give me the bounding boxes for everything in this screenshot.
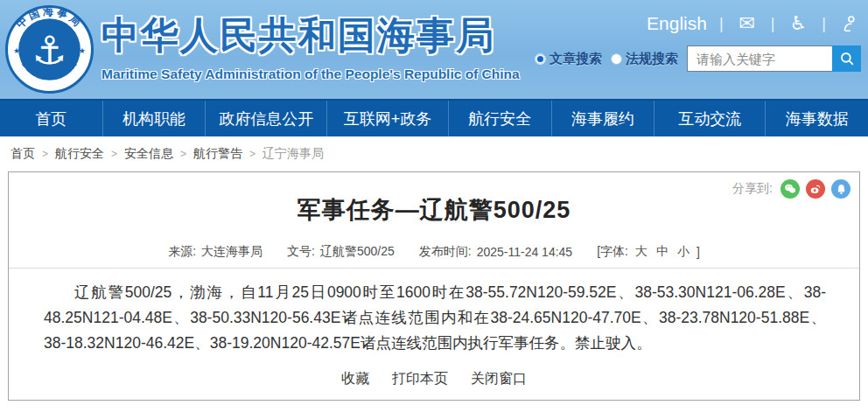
breadcrumb-separator: > bbox=[42, 148, 48, 160]
separator: | bbox=[822, 15, 826, 33]
breadcrumb-nav-warning[interactable]: 航行警告 bbox=[193, 146, 242, 162]
publish-time-value: 2025-11-24 14:45 bbox=[477, 245, 573, 259]
doc-number-label: 文号: bbox=[287, 244, 315, 260]
top-utility-links: English | ✉ | ♿ | bbox=[535, 10, 861, 37]
breadcrumb-separator: > bbox=[111, 148, 117, 160]
favorite-button[interactable]: 收藏 bbox=[341, 370, 369, 388]
nav-item-data[interactable]: 海事数据 bbox=[765, 101, 868, 136]
breadcrumb-safety-info[interactable]: 安全信息 bbox=[124, 146, 173, 162]
article-meta: 来源: 大连海事局 文号: 辽航警500/25 发布时间: 2025-11-24… bbox=[9, 244, 859, 260]
nav-item-gov-info[interactable]: 政府信息公开 bbox=[205, 101, 326, 136]
site-subtitle: Maritime Safety Administration of the Pe… bbox=[102, 66, 520, 82]
svg-text:⚓: ⚓ bbox=[32, 28, 67, 73]
brand-block: 中华人民共和国海事局 Maritime Safety Administratio… bbox=[102, 10, 520, 82]
breadcrumb: 首页 > 航行安全 > 安全信息 > 航行警告 > 辽宁海事局 bbox=[0, 136, 868, 170]
user-icon[interactable] bbox=[838, 12, 861, 35]
font-size-large-button[interactable]: 大 bbox=[634, 244, 649, 260]
radio-unselected-icon[interactable] bbox=[611, 53, 622, 65]
article-title: 军事任务—辽航警500/25 bbox=[9, 194, 859, 226]
search-option-law[interactable]: 法规搜索 bbox=[611, 51, 678, 67]
search-button[interactable] bbox=[832, 45, 861, 72]
source-value: 大连海事局 bbox=[201, 244, 262, 260]
nav-item-nav-safety[interactable]: 航行安全 bbox=[448, 101, 551, 136]
article-body: 辽航警500/25，渤海，自11月25日0900时至1600时在38-55.72… bbox=[9, 269, 859, 356]
font-size-medium-button[interactable]: 中 bbox=[654, 244, 670, 260]
publish-time-label: 发布时间: bbox=[419, 244, 472, 260]
site-search: 文章搜索 法规搜索 bbox=[535, 45, 861, 72]
main-nav: 首页 机构职能 政府信息公开 互联网+政务 航行安全 海事履约 互动交流 海事数… bbox=[0, 99, 868, 136]
print-button[interactable]: 打印本页 bbox=[392, 370, 448, 388]
china-msa-logo: ⚓ 中国海事局 CHINA MSA ★ ★ bbox=[5, 5, 94, 94]
nav-item-functions[interactable]: 机构职能 bbox=[102, 101, 206, 136]
source-label: 来源: bbox=[168, 244, 196, 260]
breadcrumb-nav-safety[interactable]: 航行安全 bbox=[55, 146, 104, 162]
font-size-open: [字体: bbox=[597, 244, 628, 260]
accessibility-icon[interactable]: ♿ bbox=[787, 12, 809, 35]
search-input[interactable] bbox=[687, 45, 832, 72]
svg-text:★: ★ bbox=[13, 46, 20, 55]
search-icon bbox=[839, 51, 855, 66]
nav-item-compliance[interactable]: 海事履约 bbox=[551, 101, 654, 136]
font-size-small-button[interactable]: 小 bbox=[676, 244, 691, 260]
nav-item-interaction[interactable]: 互动交流 bbox=[654, 101, 765, 136]
separator: | bbox=[719, 15, 724, 33]
nav-item-internet-gov[interactable]: 互联网+政务 bbox=[326, 101, 448, 136]
breadcrumb-separator: > bbox=[180, 148, 186, 160]
qq-share-icon[interactable] bbox=[831, 179, 850, 199]
article-paragraph: 辽航警500/25，渤海，自11月25日0900时至1600时在38-55.72… bbox=[44, 280, 826, 356]
weibo-share-icon[interactable] bbox=[806, 179, 825, 199]
separator: | bbox=[771, 15, 775, 33]
radio-selected-icon[interactable] bbox=[535, 53, 546, 65]
mail-icon[interactable]: ✉ bbox=[736, 12, 759, 35]
search-option-article[interactable]: 文章搜索 bbox=[535, 51, 602, 67]
breadcrumb-home[interactable]: 首页 bbox=[10, 146, 35, 162]
breadcrumb-separator: > bbox=[249, 148, 256, 160]
english-link[interactable]: English bbox=[647, 13, 707, 34]
site-title: 中华人民共和国海事局 bbox=[102, 10, 520, 61]
share-bar: 分享到: bbox=[732, 179, 850, 199]
breadcrumb-liaoning-msa: 辽宁海事局 bbox=[262, 146, 324, 162]
wechat-share-icon[interactable] bbox=[780, 179, 800, 199]
nav-item-home[interactable]: 首页 bbox=[0, 101, 102, 136]
site-header: ⚓ 中国海事局 CHINA MSA ★ ★ 中华人民共和国海事局 Maritim… bbox=[0, 0, 868, 99]
doc-number-value: 辽航警500/25 bbox=[320, 244, 395, 260]
close-window-button[interactable]: 关闭窗口 bbox=[471, 370, 527, 388]
article-actions: 收藏 打印本页 关闭窗口 bbox=[9, 370, 859, 388]
svg-text:★: ★ bbox=[79, 46, 86, 55]
article-panel: 分享到: 军事任务—辽航警500/25 来源: 大连海事局 bbox=[8, 171, 860, 401]
share-label: 分享到: bbox=[732, 181, 773, 197]
font-size-close: ] bbox=[696, 245, 700, 259]
